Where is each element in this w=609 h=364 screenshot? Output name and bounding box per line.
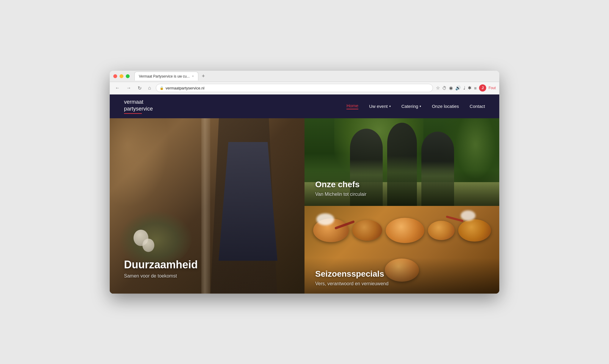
- logo-underline: [124, 113, 142, 114]
- tab-close-btn[interactable]: ×: [192, 75, 194, 78]
- website: vermaat partyservice Home Uw event ▾ Cat…: [110, 94, 499, 294]
- site-logo[interactable]: vermaat partyservice: [124, 99, 153, 114]
- profile-letter: J: [482, 86, 484, 90]
- puzzle-icon[interactable]: ✱: [468, 85, 472, 91]
- nav-contact[interactable]: Contact: [470, 104, 485, 109]
- active-tab[interactable]: Vermaat Partyservice is uw cu... ×: [134, 72, 198, 81]
- minimize-dot[interactable]: [120, 74, 123, 78]
- specials-subtitle: Vers, verantwoord en vernieuwend: [315, 281, 388, 286]
- site-nav: vermaat partyservice Home Uw event ▾ Cat…: [110, 94, 499, 118]
- url-text: vermaatpartyservice.nl: [166, 86, 205, 90]
- nav-home[interactable]: Home: [346, 103, 358, 109]
- tab-bar: Vermaat Partyservice is uw cu... × +: [134, 72, 496, 81]
- nav-links: Home Uw event ▾ Catering ▾ Onze locaties…: [346, 103, 485, 109]
- maximize-dot[interactable]: [126, 74, 130, 78]
- browser-window: Vermaat Partyservice is uw cu... × + ← →…: [110, 71, 499, 294]
- duurzaamheid-subtitle: Samen voor de toekomst: [124, 273, 198, 279]
- nav-catering-label: Catering: [401, 104, 418, 109]
- logo-line1: vermaat: [124, 99, 143, 105]
- translate-icon[interactable]: ◉: [449, 85, 453, 91]
- chefs-subtitle: Van Michelin tot circulair: [315, 192, 366, 197]
- titlebar: Vermaat Partyservice is uw cu... × +: [110, 71, 499, 82]
- window-controls: [113, 74, 130, 78]
- profile-status-label: Fout: [489, 86, 496, 90]
- panel-specials-text: Seizoensspecials Vers, verantwoord en ve…: [315, 269, 388, 286]
- panel-specials[interactable]: Seizoensspecials Vers, verantwoord en ve…: [304, 206, 499, 294]
- panel-left-text: Duurzaamheid Samen voor de toekomst: [124, 259, 198, 279]
- specials-title: Seizoensspecials: [315, 269, 388, 279]
- panel-chefs-text: Onze chefs Van Michelin tot circulair: [315, 180, 366, 197]
- extensions-icon[interactable]: ⏱: [442, 86, 447, 91]
- nav-locaties[interactable]: Onze locaties: [432, 104, 459, 109]
- volume-icon[interactable]: 🔊: [455, 85, 461, 91]
- nav-uw-event-label: Uw event: [369, 104, 388, 109]
- hero-grid: Duurzaamheid Samen voor de toekomst: [110, 118, 499, 294]
- tab-title: Vermaat Partyservice is uw cu...: [139, 74, 190, 78]
- back-button[interactable]: ←: [113, 84, 122, 92]
- reload-button[interactable]: ↻: [136, 84, 143, 92]
- panel-duurzaamheid[interactable]: Duurzaamheid Samen voor de toekomst: [110, 118, 304, 294]
- nav-uw-event[interactable]: Uw event ▾: [369, 104, 391, 109]
- logo-line2: partyservice: [124, 105, 153, 112]
- profile-button[interactable]: J: [479, 84, 486, 92]
- forward-button[interactable]: →: [125, 84, 133, 92]
- nav-home-label: Home: [346, 103, 358, 108]
- new-tab-btn[interactable]: +: [200, 72, 208, 81]
- nav-locaties-label: Onze locaties: [432, 104, 459, 109]
- chevron-down-icon: ▾: [389, 105, 391, 108]
- menu-icon[interactable]: ≡: [474, 86, 477, 91]
- chevron-down-icon-2: ▾: [420, 105, 421, 108]
- home-button[interactable]: ⌂: [146, 84, 153, 92]
- chefs-title: Onze chefs: [315, 180, 366, 189]
- nav-catering[interactable]: Catering ▾: [401, 104, 421, 109]
- bookmark-icon[interactable]: ☆: [436, 85, 440, 91]
- toolbar-icons: ☆ ⏱ ◉ 🔊 ♩ ✱ ≡ J Fout: [436, 84, 496, 92]
- close-dot[interactable]: [113, 74, 117, 78]
- panel-right: Onze chefs Van Michelin tot circulair: [304, 118, 499, 294]
- address-input[interactable]: 🔒 vermaatpartyservice.nl: [156, 84, 433, 92]
- duurzaamheid-title: Duurzaamheid: [124, 259, 198, 271]
- address-bar: ← → ↻ ⌂ 🔒 vermaatpartyservice.nl ☆ ⏱ ◉ 🔊…: [110, 82, 499, 94]
- nav-contact-label: Contact: [470, 104, 485, 109]
- lock-icon: 🔒: [160, 86, 164, 90]
- panel-chefs[interactable]: Onze chefs Van Michelin tot circulair: [304, 118, 499, 206]
- media-icon[interactable]: ♩: [463, 85, 465, 91]
